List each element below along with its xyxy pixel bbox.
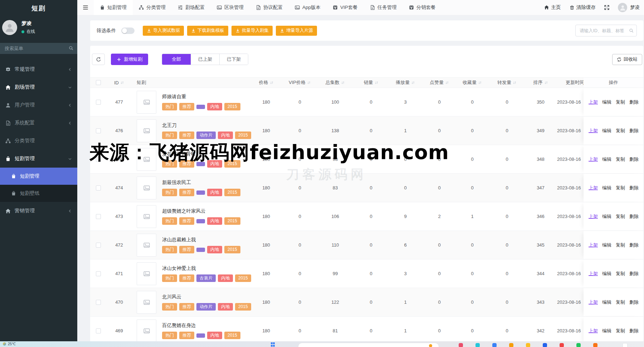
row-action-delete[interactable]: 删除 [629,185,639,191]
drama-thumbnail[interactable] [137,119,156,142]
sidebar-item-1[interactable]: 常规管理 [0,60,77,78]
drama-thumbnail[interactable] [137,234,156,257]
row-action-copy[interactable]: 复制 [616,271,625,277]
topbar-tab-7[interactable]: VIP套餐 [327,0,364,15]
row-action-copy[interactable]: 复制 [616,185,625,191]
sidebar-item-4[interactable]: 系统配置 [0,114,77,132]
topbar-tab-5[interactable]: 协议配置 [250,0,289,15]
topbar-tab-8[interactable]: 任务管理 [364,0,403,15]
row-action-edit[interactable]: 编辑 [602,156,611,163]
drama-thumbnail[interactable] [137,291,156,314]
hamburger-menu-icon[interactable] [77,0,94,15]
status-tab-2[interactable]: 已上架 [191,54,219,65]
column-header-likes[interactable]: 点赞量 [422,79,457,86]
taskbar-app-icon[interactable] [492,343,497,347]
row-action-publish[interactable]: 上架 [589,271,598,277]
home-link[interactable]: 主页 [544,4,561,11]
row-action-copy[interactable]: 复制 [616,242,625,248]
taskbar-app-icon[interactable] [576,343,581,347]
topbar-tab-6[interactable]: App版本 [289,0,327,15]
row-checkbox[interactable] [96,100,101,105]
select-all-checkbox[interactable] [96,80,101,85]
row-action-edit[interactable]: 编辑 [602,128,611,134]
drama-thumbnail[interactable] [137,262,156,285]
row-action-publish[interactable]: 上架 [589,242,598,248]
refresh-button[interactable] [92,54,105,65]
taskbar-app-icon[interactable] [543,343,547,347]
topbar-tab-3[interactable]: 剧场配置 [172,0,211,15]
drama-thumbnail[interactable] [137,148,156,171]
taskbar-app-icon[interactable] [593,343,597,347]
row-action-edit[interactable]: 编辑 [602,328,611,334]
row-action-delete[interactable]: 删除 [629,299,639,306]
column-header-price[interactable]: 价格 [250,79,282,86]
taskbar-search[interactable] [298,343,439,347]
import-button-4[interactable]: 增量导入片源 [276,26,317,36]
taskbar-app-icon[interactable] [623,343,628,347]
recycle-bin-button[interactable]: 回收站 [612,54,642,65]
drama-thumbnail[interactable] [137,177,156,199]
fullscreen-icon[interactable] [604,5,609,10]
row-action-copy[interactable]: 复制 [616,299,625,306]
row-action-copy[interactable]: 复制 [616,128,625,134]
taskbar-app-icon[interactable] [459,343,463,347]
column-header-vip_price[interactable]: VIP价格 [282,79,317,86]
column-header-sort[interactable]: 排序 [526,79,555,86]
row-checkbox[interactable] [96,328,101,333]
sidebar-subitem[interactable]: 短剧管理 [0,168,77,185]
import-button-3[interactable]: 批量导入剧集 [231,26,273,36]
row-action-delete[interactable]: 删除 [629,213,639,220]
sidebar-subitem[interactable]: 短剧壁纸 [0,185,77,202]
taskbar-weather[interactable]: 25℃ [3,342,16,346]
row-action-edit[interactable]: 编辑 [602,185,611,191]
row-action-publish[interactable]: 上架 [589,213,598,220]
column-header-favorites[interactable]: 收藏量 [457,79,488,86]
row-action-delete[interactable]: 删除 [629,156,639,163]
row-action-edit[interactable]: 编辑 [602,299,611,306]
row-action-edit[interactable]: 编辑 [602,99,611,105]
row-checkbox[interactable] [96,271,101,276]
row-action-publish[interactable]: 上架 [589,328,598,334]
column-header-id[interactable]: ID [107,80,132,85]
row-checkbox[interactable] [96,157,101,162]
column-header-plays[interactable]: 播放量 [389,79,422,86]
row-action-publish[interactable]: 上架 [589,156,598,163]
sidebar-item-5[interactable]: 分类管理 [0,132,77,150]
topbar-tab-9[interactable]: 分销套餐 [403,0,442,15]
drama-thumbnail[interactable] [137,205,156,228]
row-action-copy[interactable]: 复制 [616,156,625,163]
column-header-episodes[interactable]: 总集数 [317,79,353,86]
row-checkbox[interactable] [96,128,101,133]
user-menu[interactable]: 梦凌 [618,3,640,12]
taskbar-app-icon[interactable] [475,343,480,347]
sidebar-item-7[interactable]: 营销管理 [0,202,77,220]
import-button-1[interactable]: 导入测试数据 [143,26,184,36]
row-action-delete[interactable]: 删除 [629,328,639,334]
import-button-2[interactable]: 下载剧集模板 [187,26,228,36]
row-action-edit[interactable]: 编辑 [602,242,611,248]
table-search-input[interactable] [575,25,637,36]
row-action-edit[interactable]: 编辑 [602,213,611,220]
row-checkbox[interactable] [96,300,101,305]
row-action-delete[interactable]: 删除 [629,271,639,277]
sidebar-item-3[interactable]: 用户管理 [0,96,77,114]
filter-toggle[interactable] [121,28,135,34]
row-action-delete[interactable]: 删除 [629,99,639,105]
row-checkbox[interactable] [96,185,101,190]
sidebar-item-6[interactable]: 短剧管理 [0,150,77,168]
row-action-copy[interactable]: 复制 [616,213,625,220]
column-header-sales[interactable]: 销量 [353,79,389,86]
topbar-tab-4[interactable]: 区块管理 [211,0,250,15]
row-action-edit[interactable]: 编辑 [602,271,611,277]
row-action-publish[interactable]: 上架 [589,128,598,134]
add-drama-button[interactable]: 新增短剧 [111,54,148,65]
row-checkbox[interactable] [96,214,101,219]
windows-start-icon[interactable] [271,342,275,347]
column-header-shares[interactable]: 转发量 [488,79,526,86]
sidebar-item-2[interactable]: 剧场管理 [0,78,77,96]
row-action-delete[interactable]: 删除 [629,242,639,248]
taskbar-app-icon[interactable] [526,343,530,347]
status-tab-1[interactable]: 全部 [162,54,191,65]
search-icon[interactable] [69,46,73,50]
topbar-tab-2[interactable]: 分类管理 [133,0,172,15]
